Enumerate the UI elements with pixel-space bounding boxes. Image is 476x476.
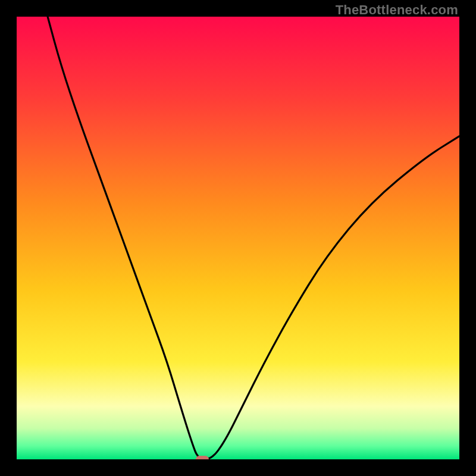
outer-frame: TheBottleneck.com: [0, 0, 476, 476]
plot-area: [17, 17, 459, 459]
bottleneck-curve: [17, 17, 459, 459]
watermark-text: TheBottleneck.com: [336, 2, 458, 18]
optimum-marker: [196, 456, 209, 459]
